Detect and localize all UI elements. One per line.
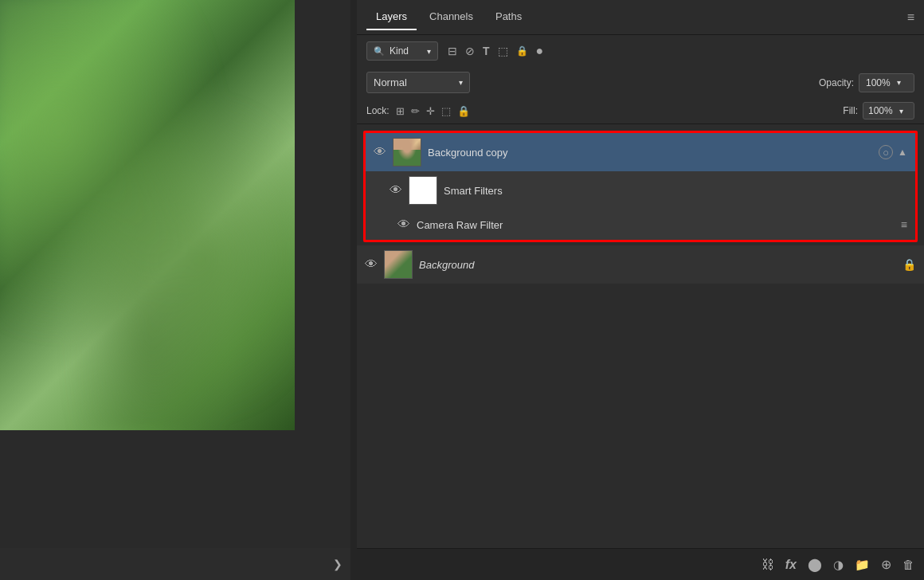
panel-menu-icon[interactable]: ≡: [907, 10, 914, 25]
search-icon: 🔍: [374, 46, 385, 57]
canvas-arrow-right-icon: ❯: [333, 558, 343, 570]
lock-checkerboard-icon[interactable]: ⊞: [396, 105, 405, 117]
kind-dropdown[interactable]: 🔍 Kind ▾: [366, 41, 438, 61]
bottom-toolbar: ⛓ fx ⬤ ◑ 📁 ⊕ 🗑: [357, 548, 924, 580]
tab-channels[interactable]: Channels: [420, 4, 483, 30]
delete-layer-icon[interactable]: 🗑: [902, 558, 914, 571]
layer-thumb-background-copy: ⊞: [393, 138, 421, 167]
lock-label: Lock:: [366, 105, 390, 116]
lock-paint-icon[interactable]: ✏: [411, 105, 420, 117]
tab-paths[interactable]: Paths: [486, 4, 531, 30]
fill-label: Fill:: [843, 105, 858, 116]
fill-chevron-icon: ▾: [899, 107, 903, 116]
opacity-dropdown[interactable]: 100% ▾: [859, 73, 914, 92]
highlighted-layer-group: 👁 ⊞ Background copy ○ ▲ 👁 Smart Filters: [363, 131, 918, 242]
smart-filter-badge-icon[interactable]: ○: [879, 145, 893, 159]
layer-thumb-smart-filters: [409, 176, 437, 205]
link-layers-icon[interactable]: ⛓: [762, 558, 774, 572]
lock-all-icon[interactable]: 🔒: [457, 105, 470, 117]
fx-icon[interactable]: fx: [785, 558, 797, 572]
lock-artboard-icon[interactable]: ⬚: [441, 105, 451, 117]
kind-label: Kind: [390, 45, 409, 57]
layer-smart-filters[interactable]: 👁 Smart Filters: [366, 171, 915, 210]
layer-name-camera-raw: Camera Raw Filter: [417, 219, 895, 231]
lock-row: Lock: ⊞ ✏ ✛ ⬚ 🔒 Fill: 100% ▾: [357, 98, 924, 124]
blend-chevron-icon: ▾: [459, 78, 463, 87]
smart-object-badge-icon: ⊞: [409, 155, 421, 166]
visibility-eye-smart-filters[interactable]: 👁: [390, 183, 402, 198]
blend-mode-label: Normal: [374, 76, 407, 88]
layer-name-background: Background: [419, 259, 896, 271]
canvas-image: [0, 0, 295, 430]
text-filter-icon[interactable]: T: [483, 45, 490, 57]
canvas-bottom-bar: ❯: [0, 548, 350, 580]
lock-move-icon[interactable]: ✛: [426, 105, 435, 117]
layers-list: 👁 ⊞ Background copy ○ ▲ 👁 Smart Filters: [357, 124, 924, 548]
kind-chevron-icon: ▾: [427, 47, 431, 56]
image-filter-icon[interactable]: ⊟: [448, 45, 457, 57]
panel-tabs: Layers Channels Paths ≡: [357, 0, 924, 35]
shape-filter-icon[interactable]: ⬚: [498, 45, 508, 57]
collapse-icon[interactable]: ▲: [898, 147, 907, 158]
layer-thumb-background: [384, 250, 413, 279]
new-layer-icon[interactable]: ⊕: [881, 557, 891, 572]
visibility-eye-background[interactable]: 👁: [365, 257, 378, 272]
adjustment-filter-icon[interactable]: ⊘: [465, 45, 475, 57]
fill-value: 100%: [868, 105, 893, 116]
layers-panel: Layers Channels Paths ≡ 🔍 Kind ▾ ⊟ ⊘ T ⬚…: [357, 0, 924, 580]
layer-end-icons-background: 🔒: [902, 258, 916, 271]
layer-end-icons-background-copy: ○ ▲: [879, 145, 907, 159]
filter-row: 🔍 Kind ▾ ⊟ ⊘ T ⬚ 🔒 ●: [357, 35, 924, 67]
panel-divider: [350, 0, 357, 580]
layer-background[interactable]: 👁 Background 🔒: [357, 245, 924, 284]
add-mask-icon[interactable]: ⬤: [808, 557, 822, 572]
fill-section: Fill: 100% ▾: [843, 102, 914, 120]
new-fill-layer-icon[interactable]: ◑: [833, 558, 844, 572]
tab-layers[interactable]: Layers: [366, 4, 417, 30]
opacity-value: 100%: [866, 77, 891, 88]
blend-mode-dropdown[interactable]: Normal ▾: [366, 72, 470, 93]
layer-name-smart-filters: Smart Filters: [444, 185, 907, 197]
blend-row: Normal ▾ Opacity: 100% ▾: [357, 67, 924, 98]
pixel-filter-icon[interactable]: ●: [536, 44, 544, 58]
smartobject-filter-icon[interactable]: 🔒: [516, 45, 528, 57]
filter-adjust-icon[interactable]: ≡: [901, 218, 907, 231]
opacity-chevron-icon: ▾: [897, 78, 901, 87]
lock-icons: ⊞ ✏ ✛ ⬚ 🔒: [396, 105, 470, 117]
filter-icons: ⊟ ⊘ T ⬚ 🔒 ●: [448, 44, 543, 58]
opacity-label: Opacity:: [819, 77, 854, 88]
layer-camera-raw-filter[interactable]: 👁 Camera Raw Filter ≡: [366, 210, 915, 240]
background-lock-icon[interactable]: 🔒: [902, 258, 916, 271]
canvas-area: ❯: [0, 0, 350, 580]
layer-name-background-copy: Background copy: [428, 147, 872, 159]
visibility-eye-background-copy[interactable]: 👁: [374, 145, 386, 159]
new-group-icon[interactable]: 📁: [855, 558, 870, 572]
visibility-eye-camera-raw[interactable]: 👁: [397, 217, 410, 232]
fill-dropdown[interactable]: 100% ▾: [863, 102, 914, 120]
layer-background-copy[interactable]: 👁 ⊞ Background copy ○ ▲: [366, 133, 915, 171]
opacity-section: Opacity: 100% ▾: [819, 73, 914, 92]
